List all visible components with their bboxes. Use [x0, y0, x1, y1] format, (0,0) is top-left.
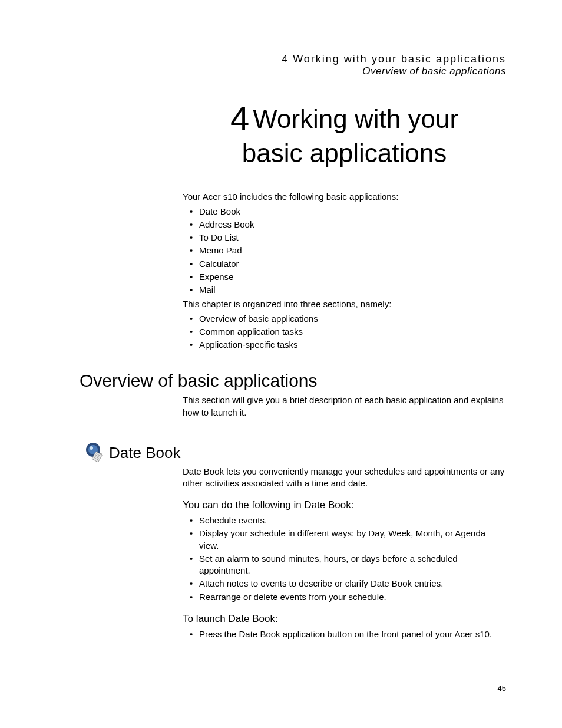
list-item: Expense [183, 271, 506, 283]
datebook-body: Date Book lets you conveniently manage y… [183, 466, 506, 640]
datebook-heading: Date Book [109, 444, 180, 462]
header-chapter-title: 4 Working with your basic applications [80, 53, 506, 65]
header-rule [80, 81, 506, 81]
datebook-icon [85, 442, 105, 462]
list-item: Mail [183, 284, 506, 296]
overview-paragraph: This section will give you a brief descr… [183, 394, 506, 419]
page-container: 4 Working with your basic applications O… [0, 0, 562, 728]
apps-list: Date Book Address Book To Do List Memo P… [183, 206, 506, 297]
overview-body: This section will give you a brief descr… [183, 394, 506, 419]
header-section-title: Overview of basic applications [80, 65, 506, 77]
intro-block: Your Acer s10 includes the following bas… [183, 191, 506, 351]
footer-rule [80, 681, 506, 681]
intro-paragraph-2: This chapter is organized into three sec… [183, 298, 506, 310]
svg-point-2 [90, 446, 93, 450]
datebook-subhead-features: You can do the following in Date Book: [183, 499, 506, 512]
datebook-heading-row: Date Book [85, 442, 506, 462]
chapter-number: 4 [230, 99, 249, 137]
sections-list: Overview of basic applications Common ap… [183, 313, 506, 351]
list-item: Display your schedule in different ways:… [183, 528, 506, 552]
overview-heading: Overview of basic applications [80, 371, 506, 391]
datebook-launch-list: Press the Date Book application button o… [183, 628, 506, 640]
datebook-subhead-launch: To launch Date Book: [183, 612, 506, 626]
chapter-title-line1: Working with your [253, 104, 458, 133]
list-item: Application-specific tasks [183, 339, 506, 351]
list-item: Press the Date Book application button o… [183, 628, 506, 640]
page-footer: 45 [80, 681, 506, 693]
list-item: Overview of basic applications [183, 313, 506, 325]
page-number: 45 [80, 684, 506, 693]
list-item: Rearrange or delete events from your sch… [183, 591, 506, 603]
chapter-title-line2: basic applications [242, 139, 447, 167]
running-header: 4 Working with your basic applications O… [80, 53, 506, 77]
chapter-title: 4Working with your basic applications [183, 99, 506, 168]
intro-paragraph: Your Acer s10 includes the following bas… [183, 191, 506, 203]
list-item: Address Book [183, 219, 506, 230]
list-item: Schedule events. [183, 515, 506, 526]
list-item: Common application tasks [183, 326, 506, 338]
list-item: Memo Pad [183, 245, 506, 256]
list-item: Attach notes to events to describe or cl… [183, 578, 506, 589]
list-item: Calculator [183, 258, 506, 270]
list-item: Date Book [183, 206, 506, 218]
datebook-features-list: Schedule events. Display your schedule i… [183, 515, 506, 603]
title-rule [183, 174, 506, 174]
datebook-paragraph: Date Book lets you conveniently manage y… [183, 466, 506, 490]
list-item: To Do List [183, 232, 506, 243]
list-item: Set an alarm to sound minutes, hours, or… [183, 553, 506, 577]
